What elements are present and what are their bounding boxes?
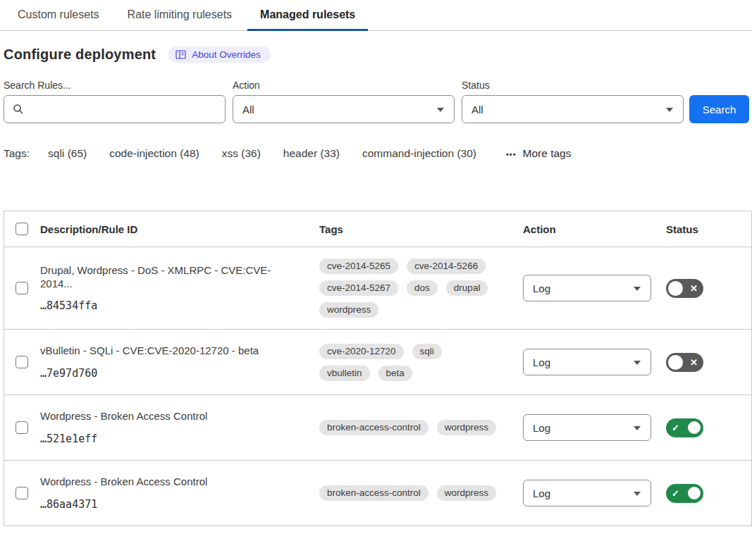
book-icon (175, 50, 186, 59)
row-action-select[interactable]: Log (523, 275, 651, 301)
row-tags: cve-2014-5265cve-2014-5266cve-2014-5267d… (319, 259, 499, 318)
tab-custom-rulesets[interactable]: Custom rulesets (5, 0, 112, 31)
toggle-state-icon: ✕ (690, 358, 698, 367)
row-rule-id: …521e1eff (40, 433, 302, 445)
toggle-state-icon: ✓ (672, 489, 679, 498)
search-rules-label: Search Rules... (4, 80, 233, 91)
column-header-description: Description/Rule ID (40, 223, 319, 235)
tag-pill: cve-2014-5266 (407, 259, 486, 274)
status-filter-value: All (471, 104, 483, 116)
ellipsis-icon: ••• (506, 150, 517, 158)
tag-pill: broken-access-control (319, 485, 429, 501)
row-description: Wordpress - Broken Access Control (40, 410, 302, 423)
main-content: Configure deployment About Overrides Sea… (0, 46, 752, 526)
tags-bar-label: Tags: (4, 147, 30, 160)
row-action-select[interactable]: Log (523, 349, 651, 375)
table-body: Drupal, Wordpress - DoS - XMLRPC - CVE:C… (4, 247, 751, 526)
more-tags-button[interactable]: ••• More tags (506, 147, 571, 160)
row-checkbox[interactable] (16, 421, 28, 434)
tag-link-command-injection[interactable]: command-injection (30) (362, 147, 476, 160)
tags-bar: Tags: sqli (65) code-injection (48) xss … (4, 147, 749, 160)
table-row: Wordpress - Broken Access Control …521e1… (4, 395, 751, 461)
status-toggle[interactable]: ✕ (666, 279, 703, 298)
tag-pill: wordpress (437, 420, 496, 435)
row-action-select[interactable]: Log (523, 414, 651, 441)
page-title: Configure deployment (4, 46, 156, 63)
tag-pill: wordpress (437, 485, 496, 501)
tag-link-sqli[interactable]: sqli (65) (48, 147, 87, 160)
action-filter-select[interactable]: All (233, 95, 455, 123)
action-filter-value: All (242, 104, 254, 116)
table-row: vBulletin - SQLi - CVE:CVE-2020-12720 - … (4, 330, 751, 395)
more-tags-label: More tags (523, 147, 572, 160)
toggle-state-icon: ✕ (690, 284, 698, 293)
tag-pill: cve-2014-5265 (319, 259, 398, 274)
row-checkbox[interactable] (16, 487, 28, 499)
search-rules-field[interactable] (30, 104, 225, 116)
row-checkbox[interactable] (16, 282, 28, 294)
status-toggle[interactable]: ✓ (666, 484, 703, 503)
tag-link-xss[interactable]: xss (36) (222, 147, 261, 160)
tag-pill: beta (378, 366, 412, 381)
select-all-checkbox[interactable] (16, 223, 28, 235)
row-tags: broken-access-controlwordpress (319, 485, 499, 501)
search-button[interactable]: Search (689, 95, 749, 123)
toggle-knob (686, 485, 702, 501)
table-row: Wordpress - Broken Access Control …86aa4… (4, 461, 751, 526)
status-toggle[interactable]: ✕ (666, 353, 703, 372)
column-header-status: Status (666, 223, 751, 235)
status-filter-label: Status (462, 80, 691, 91)
row-rule-id: …7e97d760 (40, 367, 302, 380)
tag-link-header[interactable]: header (33) (283, 147, 340, 160)
row-tags: broken-access-controlwordpress (319, 420, 499, 435)
tab-managed-rulesets[interactable]: Managed rulesets (247, 0, 368, 31)
row-rule-id: …84534ffa (40, 299, 302, 312)
toggle-knob (686, 420, 702, 435)
column-header-action: Action (523, 223, 666, 235)
search-icon (13, 104, 24, 115)
row-description: Drupal, Wordpress - DoS - XMLRPC - CVE:C… (40, 264, 302, 291)
about-overrides-label: About Overrides (192, 49, 261, 60)
table-header-row: Description/Rule ID Tags Action Status (4, 211, 751, 247)
row-action-value: Log (533, 282, 550, 294)
column-header-tags: Tags (319, 223, 523, 235)
status-toggle[interactable]: ✓ (666, 418, 703, 437)
tag-pill: sqli (412, 344, 442, 359)
tag-pill: drupal (446, 280, 488, 296)
row-action-select[interactable]: Log (523, 480, 651, 506)
toggle-knob (668, 355, 683, 370)
status-filter-select[interactable]: All (462, 95, 684, 123)
tab-rate-limiting-rulesets[interactable]: Rate limiting rulesets (115, 0, 245, 31)
row-action-value: Log (533, 356, 550, 368)
tag-pill: broken-access-control (319, 420, 429, 435)
row-rule-id: …86aa4371 (40, 498, 302, 511)
row-action-value: Log (533, 487, 550, 499)
tag-pill: cve-2020-12720 (319, 344, 404, 359)
tag-pill: cve-2014-5267 (319, 280, 398, 296)
tag-pill: dos (407, 280, 438, 296)
tag-pill: wordpress (319, 302, 378, 318)
filter-bar: Search Rules... Action All Status All Se… (4, 80, 749, 123)
toggle-state-icon: ✓ (672, 423, 679, 433)
about-overrides-link[interactable]: About Overrides (168, 46, 271, 63)
row-checkbox[interactable] (16, 356, 28, 368)
row-tags: cve-2020-12720sqlivbulletinbeta (319, 344, 499, 381)
table-row: Drupal, Wordpress - DoS - XMLRPC - CVE:C… (4, 247, 751, 330)
row-action-value: Log (533, 422, 550, 434)
tag-pill: vbulletin (319, 366, 370, 381)
toggle-knob (668, 281, 683, 296)
ruleset-tabs: Custom rulesets Rate limiting rulesets M… (0, 0, 752, 31)
rules-table: Description/Rule ID Tags Action Status D… (4, 211, 752, 526)
search-rules-input[interactable] (4, 95, 226, 123)
row-description: Wordpress - Broken Access Control (40, 475, 302, 489)
action-filter-label: Action (233, 80, 462, 91)
tag-link-code-injection[interactable]: code-injection (48) (109, 147, 199, 160)
row-description: vBulletin - SQLi - CVE:CVE-2020-12720 - … (40, 344, 302, 358)
